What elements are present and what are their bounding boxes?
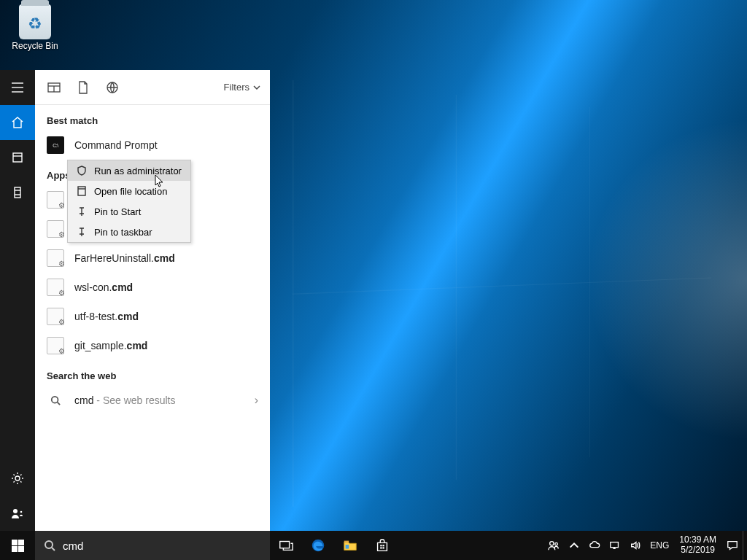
result-command-prompt[interactable]: Command Prompt [35,131,270,160]
pin-icon [75,227,88,237]
recycle-bin-desktop-icon[interactable]: Recycle Bin [7,4,63,51]
svg-point-9 [13,509,18,513]
tray-clock[interactable]: 10:39 AM 5/2/2019 [673,531,722,560]
ctx-label: Pin to Start [94,206,141,217]
ctx-pin-to-taskbar[interactable]: Pin to taskbar [68,222,190,242]
search-results-header: Filters [35,70,270,105]
svg-rect-27 [382,547,384,548]
tray-action-center-button[interactable] [722,531,743,560]
start-search-panel: Filters Best match Command Prompt Apps x… [0,70,270,531]
svg-point-10 [20,511,23,513]
rail-menu-button[interactable] [0,70,35,105]
svg-point-29 [555,542,558,545]
recycle-bin-label: Recycle Bin [7,41,63,51]
scope-all-button[interactable] [44,77,64,98]
svg-rect-30 [611,542,619,548]
svg-point-15 [52,397,58,403]
svg-rect-5 [15,187,20,198]
search-icon [47,392,64,409]
tray-overflow-button[interactable] [564,531,584,560]
taskbar-edge-button[interactable] [302,531,334,560]
rail-this-pc-button[interactable] [0,175,35,210]
command-prompt-icon [47,136,64,154]
best-match-heading: Best match [35,105,270,131]
windows-logo-icon [12,540,24,552]
svg-point-8 [15,476,20,481]
taskbar-search-box[interactable] [35,531,270,560]
tray-network-icon[interactable] [605,531,625,560]
cmd-file-icon [47,191,64,209]
svg-rect-17 [78,187,85,195]
ctx-label: Open file location [94,186,167,197]
cmd-file-icon [47,279,64,296]
ctx-label: Run as administrator [94,166,182,176]
pin-icon [75,206,88,217]
ctx-pin-to-start[interactable]: Pin to Start [68,201,190,222]
result-web-search[interactable]: cmd - See web results › [35,386,270,415]
cmd-file-icon [47,337,64,354]
result-label: git_sample.cmd [74,340,147,351]
chevron-down-icon [252,83,261,92]
taskbar-file-explorer-button[interactable] [334,531,366,560]
svg-rect-24 [380,545,382,546]
svg-rect-25 [382,545,384,546]
taskbar-store-button[interactable] [366,531,398,560]
filters-label: Filters [224,82,249,93]
rail-timeline-button[interactable] [0,140,35,175]
ctx-run-as-admin[interactable]: Run as administrator [68,160,190,181]
result-label: Command Prompt [74,139,158,151]
taskbar: ENG 10:39 AM 5/2/2019 [0,531,747,560]
scope-documents-button[interactable] [73,77,93,98]
show-desktop-button[interactable] [743,531,747,560]
cmd-file-icon [47,308,64,325]
rail-home-button[interactable] [0,105,35,140]
cmd-file-icon [47,249,64,267]
recycle-bin-icon [19,4,51,39]
search-results: Filters Best match Command Prompt Apps x… [35,70,270,531]
result-app-item[interactable]: git_sample.cmd [35,331,270,360]
result-app-item[interactable]: utf-8-test.cmd [35,302,270,331]
rail-account-button[interactable] [0,496,35,531]
tray-onedrive-icon[interactable] [584,531,605,560]
svg-rect-3 [13,153,22,162]
search-web-heading: Search the web [35,360,270,386]
ctx-label: Pin to taskbar [94,227,152,238]
folder-icon [75,186,88,196]
result-label: utf-8-test.cmd [74,311,139,322]
search-icon [44,540,55,551]
svg-point-18 [45,541,53,548]
result-label: wsl-con.cmd [74,281,133,293]
svg-rect-20 [280,542,290,548]
ctx-open-file-location[interactable]: Open file location [68,181,190,201]
svg-point-28 [550,542,554,545]
taskbar-search-input[interactable] [63,540,261,552]
shield-icon [75,166,88,176]
system-tray: ENG 10:39 AM 5/2/2019 [543,531,747,560]
tray-volume-icon[interactable] [625,531,646,560]
cmd-file-icon [47,220,64,238]
start-button[interactable] [0,531,35,560]
result-label: FarHereUninstall.cmd [74,252,175,264]
scope-web-button[interactable] [102,77,123,98]
tray-time: 10:39 AM [679,535,716,545]
tray-date: 5/2/2019 [681,545,715,556]
task-view-button[interactable] [270,531,302,560]
filters-dropdown[interactable]: Filters [224,82,261,93]
svg-line-16 [58,402,61,405]
search-rail [0,70,35,531]
result-label: cmd - See web results [74,394,176,406]
svg-rect-22 [344,541,349,543]
context-menu: Run as administrator Open file location … [67,160,191,243]
result-app-item[interactable]: wsl-con.cmd [35,273,270,302]
result-app-item[interactable]: FarHereUninstall.cmd [35,244,270,273]
rail-settings-button[interactable] [0,461,35,496]
svg-line-19 [52,548,55,551]
svg-rect-23 [346,545,349,549]
tray-people-button[interactable] [543,531,564,560]
tray-language-indicator[interactable]: ENG [646,531,673,560]
chevron-right-icon: › [255,394,258,407]
svg-rect-26 [380,547,382,548]
